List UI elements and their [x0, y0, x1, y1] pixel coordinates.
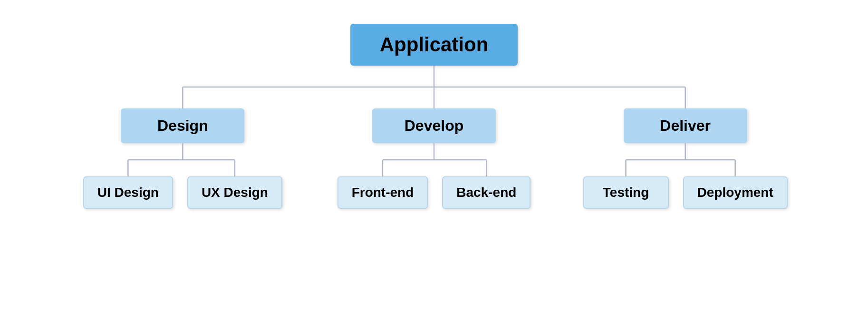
design-branch: Design UI Design UX Design — [57, 66, 309, 209]
ui-design-node: UI Design — [83, 176, 173, 209]
deliver-branch: Deliver Testing Deployment — [559, 66, 811, 209]
develop-branch: Develop Front-end Back-end — [309, 66, 560, 209]
develop-node: Develop — [372, 108, 496, 143]
ux-design-node: UX Design — [187, 176, 282, 209]
org-chart-diagram: Application Design UI Design UX Design D… — [0, 0, 868, 330]
frontend-node: Front-end — [338, 176, 428, 209]
root-node: Application — [350, 24, 518, 66]
deployment-node: Deployment — [683, 176, 788, 209]
design-node: Design — [121, 108, 244, 143]
deliver-node: Deliver — [624, 108, 747, 143]
backend-node: Back-end — [442, 176, 530, 209]
testing-node: Testing — [583, 176, 669, 209]
